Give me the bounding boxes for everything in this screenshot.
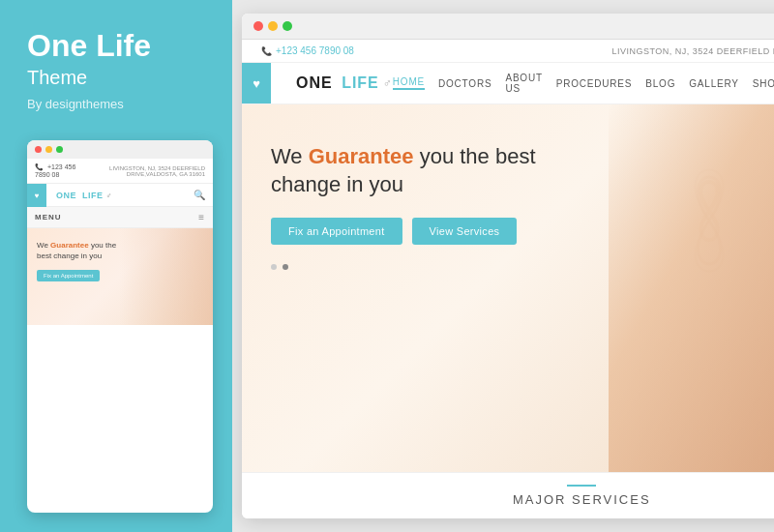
site-hero: We Guarantee you the bestchange in you F… bbox=[242, 104, 774, 472]
site-topbar: 📞 +123 456 7890 08 LIVINGSTON, NJ, 3524 … bbox=[242, 40, 774, 63]
mini-dot-red bbox=[35, 146, 42, 153]
site-topbar-address: LIVINGSTON, NJ, 3524 DEERFIELD DRIVE,VAL… bbox=[611, 46, 774, 56]
site-bottom-section: MAJOR SERVICES bbox=[242, 472, 774, 518]
mini-preview-card: 📞 +123 456 7890 08 LIVINGSTON, NJ, 3524 … bbox=[27, 140, 213, 513]
hero-content: We Guarantee you the bestchange in you F… bbox=[242, 104, 595, 309]
mini-hero-body-image bbox=[120, 228, 213, 325]
mini-logo: ONE LIFE ♂ bbox=[56, 191, 112, 200]
browser-dot-green[interactable] bbox=[283, 21, 292, 31]
major-services-divider bbox=[567, 485, 596, 487]
mini-menu-bar: MENU ≡ bbox=[27, 207, 213, 228]
mini-browser-bar bbox=[27, 140, 213, 159]
browser-chrome bbox=[242, 14, 774, 40]
nav-link-blog[interactable]: BLOG bbox=[645, 78, 675, 89]
fix-appointment-button[interactable]: Fix an Appointment bbox=[271, 218, 402, 245]
major-services-title: MAJOR SERVICES bbox=[261, 492, 774, 507]
nav-link-shortcodes[interactable]: SHORTCODES bbox=[753, 78, 774, 89]
nav-link-gallery[interactable]: GALLERY bbox=[689, 78, 739, 89]
nav-link-doctors[interactable]: DOCTORS bbox=[438, 78, 491, 89]
browser-window: 📞 +123 456 7890 08 LIVINGSTON, NJ, 3524 … bbox=[242, 14, 774, 518]
browser-dot-yellow[interactable] bbox=[268, 21, 278, 31]
left-panel: One Life Theme By designthemes 📞 +123 45… bbox=[0, 0, 232, 532]
site-topbar-phone: 📞 +123 456 7890 08 bbox=[261, 45, 354, 56]
theme-subtitle: Theme bbox=[27, 67, 213, 89]
mini-search-icon[interactable]: 🔍 bbox=[194, 190, 205, 200]
mini-dot-yellow bbox=[45, 146, 52, 153]
mini-gender-symbol: ♂ bbox=[106, 192, 113, 200]
mini-hero-text: We Guarantee you the best change in you bbox=[37, 240, 129, 261]
site-logo: ONE LIFE ♂ bbox=[296, 74, 393, 92]
nav-link-procedures[interactable]: PROCEDURES bbox=[556, 78, 633, 89]
nav-heart-button[interactable] bbox=[242, 63, 271, 103]
mini-topbar: 📞 +123 456 7890 08 LIVINGSTON, NJ, 3524 … bbox=[27, 159, 213, 184]
hero-title: We Guarantee you the bestchange in you bbox=[271, 143, 566, 198]
theme-title: One Life bbox=[27, 29, 213, 63]
hero-carousel-dots bbox=[271, 264, 566, 270]
site-navbar: ONE LIFE ♂ HOME DOCTORS ABOUT US PROCEDU… bbox=[242, 63, 774, 104]
carousel-dot-2[interactable] bbox=[283, 264, 288, 270]
browser-dot-red[interactable] bbox=[253, 21, 263, 31]
hero-body-image bbox=[609, 104, 774, 472]
view-services-button[interactable]: View Services bbox=[412, 218, 518, 245]
carousel-dot-1[interactable] bbox=[271, 264, 277, 270]
mini-heart-icon: ♥ bbox=[35, 192, 40, 200]
hero-buttons: Fix an Appointment View Services bbox=[271, 218, 566, 245]
mini-hamburger-icon[interactable]: ≡ bbox=[198, 212, 205, 222]
mini-cta-button[interactable]: Fix an Appointment bbox=[37, 270, 100, 281]
right-panel: 📞 +123 456 7890 08 LIVINGSTON, NJ, 3524 … bbox=[232, 0, 774, 532]
mini-phone: 📞 +123 456 7890 08 bbox=[35, 163, 82, 178]
hero-body-gradient bbox=[609, 104, 774, 472]
nav-link-about[interactable]: ABOUT US bbox=[505, 73, 542, 94]
mini-navbar: ONE LIFE ♂ 🔍 bbox=[27, 184, 213, 207]
phone-icon: 📞 bbox=[261, 46, 272, 56]
theme-author: By designthemes bbox=[27, 97, 213, 111]
mini-address: LIVINGSTON, NJ, 3524 DEERFIELD DRIVE,VAL… bbox=[82, 165, 205, 177]
mini-phone-icon: 📞 bbox=[35, 163, 44, 170]
mini-hero: We Guarantee you the best change in you … bbox=[27, 228, 213, 325]
nav-link-home[interactable]: HOME bbox=[393, 76, 425, 90]
site-nav-links: HOME DOCTORS ABOUT US PROCEDURES BLOG GA… bbox=[393, 73, 774, 94]
mini-dot-green bbox=[56, 146, 63, 153]
gender-symbol-icon: ♂ bbox=[383, 76, 393, 90]
